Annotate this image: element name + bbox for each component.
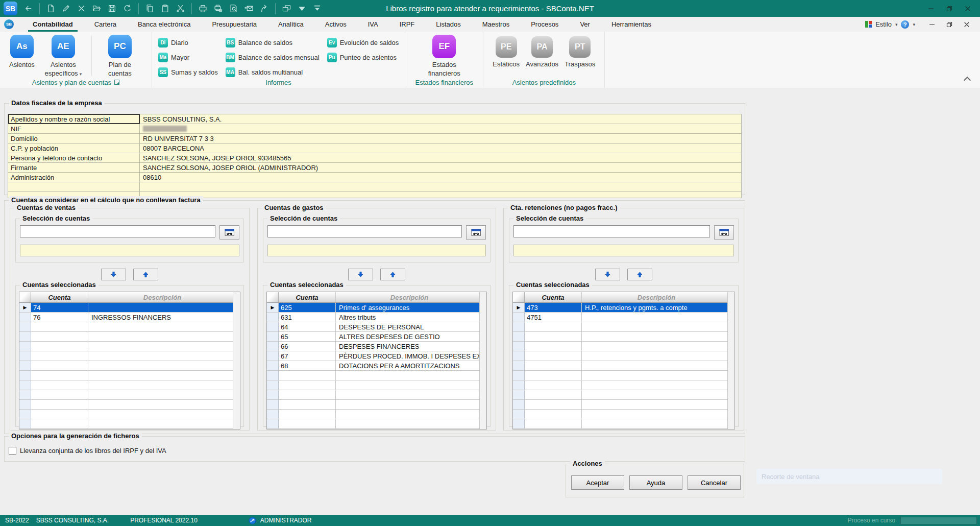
cell-cuenta[interactable]: 74 bbox=[31, 303, 88, 312]
ribbon-button-balance-de-saldos[interactable]: BSBalance de saldos bbox=[226, 36, 320, 49]
cell-descripcion[interactable]: PÈRDUES PROCED. IMMOB. I DESPESES EXCE bbox=[336, 351, 480, 361]
cascade-windows-icon[interactable] bbox=[280, 2, 293, 15]
ribbon-button-asientos[interactable]: AsAsientos bbox=[9, 35, 35, 69]
toolbar-options-icon[interactable] bbox=[310, 2, 324, 15]
grid-row-empty[interactable] bbox=[19, 390, 233, 400]
cell-cuenta[interactable]: 67 bbox=[279, 351, 336, 361]
fiscal-field-value[interactable]: SANCHEZ SOLSONA, JOSEP ORIOL 933485565 bbox=[140, 153, 741, 162]
search-document-icon[interactable] bbox=[227, 2, 240, 15]
cell-descripcion[interactable]: DOTACIONS PER A AMORTITZACIONS bbox=[336, 361, 480, 370]
grid-row-empty[interactable] bbox=[267, 390, 480, 400]
ribbon-button-estados-financieros[interactable]: EFEstados financieros bbox=[422, 35, 467, 78]
grid-row[interactable]: 65ALTRES DESPESES DE GESTIO bbox=[267, 332, 480, 342]
cell-descripcion[interactable]: INGRESSOS FINANCERS bbox=[88, 313, 233, 322]
cell-cuenta[interactable]: 68 bbox=[279, 361, 336, 370]
delete-x-icon[interactable] bbox=[75, 2, 88, 15]
grid-row-empty[interactable] bbox=[267, 400, 480, 410]
cell-descripcion[interactable]: ALTRES DESPESES DE GESTIO bbox=[336, 332, 480, 341]
save-floppy-icon[interactable] bbox=[105, 2, 119, 15]
cell-descripcion[interactable]: DESPESES DE PERSONAL bbox=[336, 322, 480, 331]
account-description-field[interactable] bbox=[20, 245, 239, 256]
ribbon-button-mayor[interactable]: MaMayor bbox=[158, 51, 218, 64]
paste-icon[interactable] bbox=[158, 2, 172, 15]
grid-row-empty[interactable] bbox=[513, 380, 728, 390]
grid-row[interactable]: 4751 bbox=[513, 313, 728, 322]
remove-account-button[interactable] bbox=[133, 269, 158, 280]
ribbon-button-bal-saldos-multianual[interactable]: MABal. saldos multianual bbox=[226, 66, 320, 79]
open-folder-icon[interactable] bbox=[90, 2, 104, 15]
ribbon-button-punteo-de-asientos[interactable]: PuPunteo de asientos bbox=[327, 51, 399, 64]
tab-banca-electronica[interactable]: Banca electrónica bbox=[127, 17, 201, 32]
column-header-cuenta[interactable]: Cuenta bbox=[525, 292, 582, 302]
grid-row[interactable]: ▶473H.P., retencions y pgmts. a compte bbox=[513, 303, 728, 313]
ribbon-button-asientos-especificos[interactable]: AEAsientos específicos▾ bbox=[41, 35, 86, 78]
tab-ver[interactable]: Ver bbox=[569, 17, 601, 32]
ayuda-button[interactable]: Ayuda bbox=[629, 475, 682, 490]
cell-cuenta[interactable]: 64 bbox=[279, 322, 336, 331]
grid-row[interactable]: 631Altres tributs bbox=[267, 313, 480, 322]
grid-row-empty[interactable] bbox=[19, 332, 233, 342]
fiscal-field-value[interactable]: RD UNIVERSITAT 7 3 3 bbox=[140, 134, 741, 143]
tab-procesos[interactable]: Procesos bbox=[520, 17, 569, 32]
grid-row[interactable]: ▶74 bbox=[19, 303, 233, 313]
remove-account-button[interactable] bbox=[380, 269, 405, 280]
ribbon-button-traspasos[interactable]: PTTraspasos bbox=[565, 35, 595, 69]
grid-row-empty[interactable] bbox=[513, 342, 728, 351]
cell-descripcion[interactable] bbox=[582, 313, 728, 322]
grid-row-empty[interactable] bbox=[513, 410, 728, 419]
tab-iva[interactable]: IVA bbox=[357, 17, 389, 32]
cell-cuenta[interactable]: 625 bbox=[279, 303, 336, 312]
add-account-button[interactable] bbox=[101, 269, 126, 280]
ribbon-button-diario[interactable]: DiDiario bbox=[158, 36, 218, 49]
minimize-button[interactable] bbox=[924, 18, 940, 31]
tab-presupuestaria[interactable]: Presupuestaria bbox=[201, 17, 267, 32]
grid-row-empty[interactable] bbox=[513, 390, 728, 400]
ribbon-button-balance-de-saldos-mensual[interactable]: BMBalance de saldos mensual bbox=[226, 51, 320, 64]
fiscal-field-value[interactable]: SBSS CONSULTING, S.A. bbox=[140, 114, 741, 124]
grid-row[interactable]: 64DESPESES DE PERSONAL bbox=[267, 322, 480, 332]
cell-descripcion[interactable]: DESPESES FINANCERES bbox=[336, 342, 480, 351]
fiscal-field-value[interactable]: 08610 bbox=[140, 173, 741, 182]
fiscal-field-value[interactable]: 08007 BARCELONA bbox=[140, 144, 741, 153]
tab-cartera[interactable]: Cartera bbox=[84, 17, 127, 32]
back-arrow-icon[interactable] bbox=[21, 2, 35, 15]
grid-row-empty[interactable] bbox=[267, 419, 480, 429]
cell-cuenta[interactable]: 473 bbox=[525, 303, 582, 312]
aceptar-button[interactable]: Aceptar bbox=[571, 475, 624, 490]
remove-account-button[interactable] bbox=[627, 269, 652, 280]
tab-activos[interactable]: Activos bbox=[314, 17, 357, 32]
tab-herramientas[interactable]: Herramientas bbox=[601, 17, 662, 32]
grid-row-empty[interactable] bbox=[19, 419, 233, 429]
edit-pencil-icon[interactable] bbox=[59, 2, 73, 15]
cell-cuenta[interactable]: 631 bbox=[279, 313, 336, 322]
account-description-field[interactable] bbox=[513, 245, 734, 256]
grid-row-empty[interactable] bbox=[267, 371, 480, 380]
export-up-icon[interactable] bbox=[257, 2, 271, 15]
grid-row-empty[interactable] bbox=[513, 361, 728, 371]
grid-row-empty[interactable] bbox=[513, 371, 728, 380]
tab-maestros[interactable]: Maestros bbox=[472, 17, 520, 32]
ribbon-button-plan-de-cuentas[interactable]: PCPlan de cuentas bbox=[97, 35, 142, 78]
irpf-iva-joint-checkbox[interactable] bbox=[9, 447, 16, 455]
restore-button[interactable] bbox=[941, 2, 958, 15]
grid-scrollbar[interactable] bbox=[479, 292, 486, 429]
grid-row-empty[interactable] bbox=[513, 351, 728, 361]
ribbon-button-sumas-y-saldos[interactable]: SSSumas y saldos bbox=[158, 66, 218, 79]
column-header-descripcion[interactable]: Descripción bbox=[88, 292, 233, 302]
grid-row-empty[interactable] bbox=[513, 322, 728, 332]
grid-row-empty[interactable] bbox=[19, 400, 233, 410]
cell-descripcion[interactable]: Altres tributs bbox=[336, 313, 480, 322]
fiscal-field-value[interactable] bbox=[140, 124, 741, 133]
grid-row-empty[interactable] bbox=[19, 322, 233, 332]
column-header-cuenta[interactable]: Cuenta bbox=[31, 292, 88, 302]
grid-row[interactable]: 68DOTACIONS PER A AMORTITZACIONS bbox=[267, 361, 480, 371]
caret-down-icon[interactable] bbox=[295, 2, 309, 15]
account-description-field[interactable] bbox=[267, 245, 486, 256]
grid-row-empty[interactable] bbox=[513, 400, 728, 410]
account-lookup-button[interactable] bbox=[466, 225, 486, 240]
group-dialog-launcher-icon[interactable] bbox=[114, 80, 119, 85]
tab-irpf[interactable]: IRPF bbox=[389, 17, 426, 32]
new-document-icon[interactable] bbox=[44, 2, 58, 15]
restore-button[interactable] bbox=[941, 18, 958, 31]
account-lookup-button[interactable] bbox=[219, 225, 239, 240]
